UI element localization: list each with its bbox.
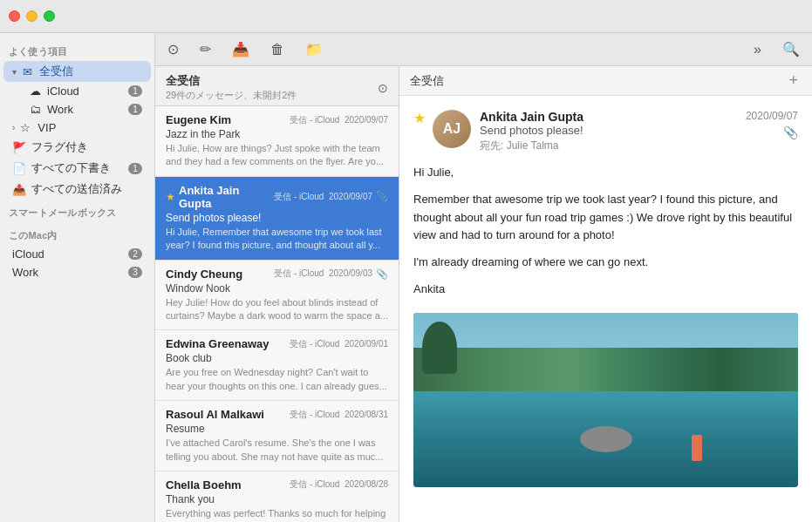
- sidebar-item-icloud[interactable]: ☁ iCloud 1: [3, 82, 151, 100]
- sidebar-item-vip[interactable]: › ☆ VIP: [3, 119, 151, 137]
- email-image: [413, 313, 798, 487]
- message-item[interactable]: ★ Ankita Jain Gupta 受信 - iCloud 2020/09/…: [155, 177, 399, 261]
- chevron-down-icon: ▾: [12, 67, 17, 77]
- traffic-lights: [9, 10, 55, 22]
- message-sender: Rasoul Al Malkawi: [166, 408, 290, 421]
- message-meta: 受信 - iCloud 2020/08/28: [290, 478, 388, 491]
- message-item[interactable]: Edwina Greenaway 受信 - iCloud 2020/09/01 …: [155, 330, 399, 401]
- icloud-icon: ☁: [28, 85, 42, 98]
- sidebar-item-flagged[interactable]: 🚩 フラグ付き: [3, 137, 151, 158]
- message-meta: 受信 - iCloud 2020/09/07: [290, 114, 388, 126]
- work-icon: 🗂: [28, 103, 42, 116]
- email-sender-name: Ankita Jain Gupta: [480, 110, 746, 124]
- detail-header: 全受信 +: [399, 66, 812, 96]
- work-badge: 1: [128, 104, 142, 115]
- sidebar: よく使う項目 ▾ ✉ 全受信 ☁ iCloud 1 🗂 Work 1 › ☆ V…: [0, 33, 155, 522]
- content-area: 全受信 29件のメッセージ、未開封2件 ⊙ Eugene Kim 受信 - iC…: [155, 66, 812, 522]
- message-meta: 受信 - iCloud 2020/09/07 📎: [274, 191, 388, 203]
- message-preview: Hi Julie, Remember that awesome trip we …: [166, 226, 388, 253]
- sidebar-item-icloud-mac[interactable]: iCloud 2: [3, 245, 151, 263]
- more-button[interactable]: »: [750, 40, 765, 59]
- title-bar: [0, 0, 812, 33]
- message-preview: Everything was perfect! Thanks so much f…: [166, 507, 388, 522]
- sidebar-work-label: Work: [47, 103, 128, 116]
- sidebar-item-inbox[interactable]: ▾ ✉ 全受信: [3, 61, 151, 82]
- message-meta: 受信 - iCloud 2020/08/31: [290, 409, 388, 421]
- mac-section-label: このMac内: [0, 222, 154, 245]
- sidebar-flagged-label: フラグ付き: [31, 139, 142, 155]
- draft-icon: 📄: [12, 162, 26, 175]
- body-paragraph: I'm already dreaming of where we can go …: [413, 254, 798, 272]
- sidebar-item-drafts[interactable]: 📄 すべての下書き 1: [3, 158, 151, 179]
- icloud-mac-badge: 2: [128, 248, 142, 260]
- message-top-row: ★ Ankita Jain Gupta 受信 - iCloud 2020/09/…: [166, 184, 388, 210]
- attachment-icon: 📎: [376, 268, 388, 280]
- sidebar-item-work-mac[interactable]: Work 3: [3, 263, 151, 281]
- star-icon: ★: [166, 191, 175, 203]
- minimize-button[interactable]: [26, 10, 38, 22]
- trash-button[interactable]: 🗑: [267, 40, 288, 59]
- detail-panel: 全受信 + ★ AJ Ankita Jain Gupta Send photos…: [399, 66, 812, 522]
- message-subject: Jazz in the Park: [166, 128, 388, 140]
- icloud-badge: 1: [128, 85, 142, 97]
- panel-subtitle: 29件のメッセージ、未開封2件: [166, 89, 378, 102]
- email-star-icon[interactable]: ★: [413, 110, 426, 126]
- archive-button[interactable]: 📥: [229, 39, 253, 59]
- sidebar-icloud-label: iCloud: [47, 85, 128, 98]
- message-top-row: Chella Boehm 受信 - iCloud 2020/08/28: [166, 478, 388, 491]
- message-preview: Hi Julie, How are things? Just spoke wit…: [166, 142, 388, 169]
- chevron-right-icon: ›: [12, 123, 15, 132]
- vip-icon: ☆: [18, 121, 32, 134]
- message-preview: Hey Julie! How do you feel about blinds …: [166, 296, 388, 323]
- panel-filter-icon[interactable]: ⊙: [378, 81, 388, 95]
- message-top-row: Eugene Kim 受信 - iCloud 2020/09/07: [166, 113, 388, 126]
- sidebar-item-sent[interactable]: 📤 すべての送信済み: [3, 179, 151, 200]
- message-item[interactable]: Eugene Kim 受信 - iCloud 2020/09/07 Jazz i…: [155, 106, 399, 177]
- email-sender-info: Ankita Jain Gupta Send photos please! 宛先…: [480, 110, 746, 153]
- email-date: 2020/09/07: [746, 110, 798, 122]
- panel-title: 全受信: [166, 73, 378, 89]
- message-subject: Book club: [166, 352, 388, 364]
- email-body: Hi Julie,Remember that awesome trip we t…: [413, 164, 798, 299]
- sidebar-inbox-label: 全受信: [39, 64, 142, 79]
- sidebar-sent-label: すべての送信済み: [31, 181, 142, 197]
- email-to: 宛先: Julie Talma: [480, 139, 746, 153]
- message-list-panel: 全受信 29件のメッセージ、未開封2件 ⊙ Eugene Kim 受信 - iC…: [155, 66, 399, 522]
- compose-button[interactable]: ✏: [196, 39, 215, 59]
- sidebar-item-work[interactable]: 🗂 Work 1: [3, 100, 151, 119]
- message-list: Eugene Kim 受信 - iCloud 2020/09/07 Jazz i…: [155, 106, 399, 522]
- message-top-row: Cindy Cheung 受信 - iCloud 2020/09/03 📎: [166, 268, 388, 281]
- move-button[interactable]: 📁: [302, 39, 326, 59]
- email-subject: Send photos please!: [480, 124, 746, 137]
- avatar-initials: AJ: [443, 121, 461, 137]
- message-sender: Edwina Greenaway: [166, 337, 290, 350]
- message-sender: Cindy Cheung: [166, 268, 274, 281]
- sidebar-vip-label: VIP: [38, 121, 142, 134]
- message-sender: Chella Boehm: [166, 478, 290, 491]
- add-button[interactable]: +: [785, 71, 802, 90]
- email-attachment-icon: 📎: [783, 125, 798, 139]
- body-paragraph: Remember that awesome trip we took last …: [413, 191, 798, 245]
- message-item[interactable]: Chella Boehm 受信 - iCloud 2020/08/28 Than…: [155, 471, 399, 522]
- message-meta: 受信 - iCloud 2020/09/01: [290, 338, 388, 350]
- sender-avatar: AJ: [433, 110, 471, 148]
- close-button[interactable]: [9, 10, 20, 22]
- attachment-icon: 📎: [376, 191, 388, 202]
- message-top-row: Edwina Greenaway 受信 - iCloud 2020/09/01: [166, 337, 388, 350]
- message-item[interactable]: Rasoul Al Malkawi 受信 - iCloud 2020/08/31…: [155, 401, 399, 471]
- filter-button[interactable]: ⊙: [164, 39, 182, 59]
- search-button[interactable]: 🔍: [779, 39, 803, 59]
- email-header-row: ★ AJ Ankita Jain Gupta Send photos pleas…: [413, 110, 798, 153]
- message-subject: Send photos please!: [166, 212, 388, 224]
- message-subject: Window Nook: [166, 282, 388, 295]
- favorites-section-label: よく使う項目: [0, 38, 154, 61]
- message-list-header: 全受信 29件のメッセージ、未開封2件 ⊙: [155, 66, 399, 106]
- flag-icon: 🚩: [12, 141, 26, 154]
- message-item[interactable]: Cindy Cheung 受信 - iCloud 2020/09/03 📎 Wi…: [155, 261, 399, 331]
- message-top-row: Rasoul Al Malkawi 受信 - iCloud 2020/08/31: [166, 408, 388, 421]
- sent-icon: 📤: [12, 183, 26, 196]
- main-toolbar: ⊙ ✏ 📥 🗑 📁 » 🔍: [155, 33, 812, 66]
- inbox-icon: ✉: [20, 65, 34, 78]
- maximize-button[interactable]: [44, 10, 55, 22]
- message-sender: Ankita Jain Gupta: [179, 184, 274, 210]
